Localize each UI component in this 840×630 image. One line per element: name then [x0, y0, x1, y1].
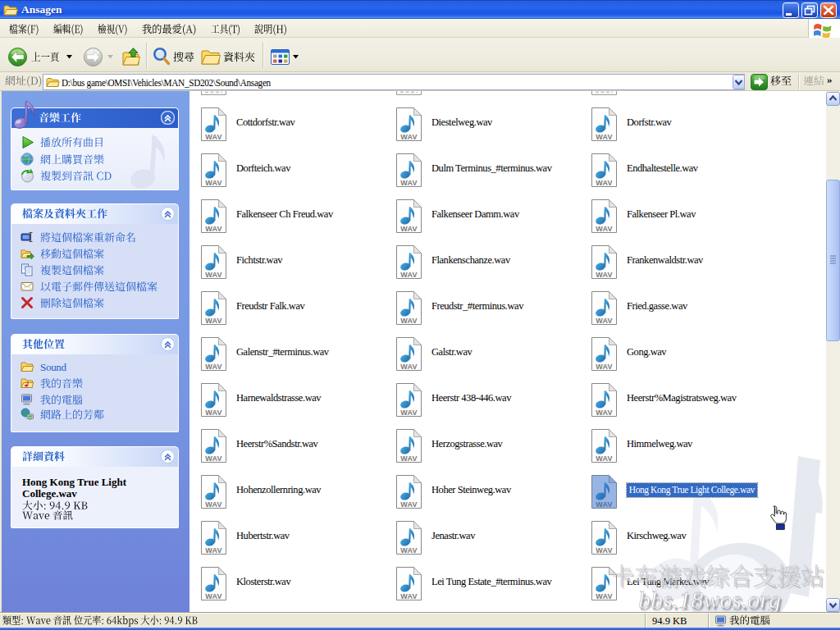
svg-text:WAV: WAV	[596, 317, 613, 325]
svg-text:WAV: WAV	[205, 546, 222, 555]
svg-text:WAV: WAV	[205, 179, 222, 187]
svg-text:WAV: WAV	[400, 179, 418, 187]
svg-text:WAV: WAV	[205, 133, 222, 141]
svg-text:WAV: WAV	[596, 179, 613, 187]
svg-text:WAV: WAV	[400, 409, 418, 417]
svg-text:WAV: WAV	[400, 363, 418, 371]
svg-text:WAV: WAV	[596, 271, 613, 279]
svg-text:WAV: WAV	[400, 133, 418, 141]
svg-text:WAV: WAV	[205, 454, 222, 463]
svg-text:WAV: WAV	[400, 500, 418, 509]
svg-text:WAV: WAV	[205, 500, 222, 509]
svg-text:WAV: WAV	[596, 363, 613, 371]
svg-text:WAV: WAV	[596, 409, 613, 417]
svg-text:WAV: WAV	[400, 454, 418, 463]
svg-text:WAV: WAV	[596, 546, 613, 555]
svg-text:WAV: WAV	[400, 592, 418, 600]
svg-text:WAV: WAV	[205, 317, 222, 325]
svg-text:WAV: WAV	[205, 225, 222, 233]
svg-text:WAV: WAV	[400, 317, 418, 325]
svg-text:WAV: WAV	[205, 363, 222, 371]
svg-text:WAV: WAV	[400, 225, 418, 233]
svg-text:WAV: WAV	[205, 271, 222, 279]
svg-text:WAV: WAV	[205, 409, 222, 417]
svg-text:WAV: WAV	[596, 133, 613, 141]
svg-text:WAV: WAV	[596, 454, 613, 463]
svg-text:WAV: WAV	[400, 546, 418, 555]
svg-text:WAV: WAV	[205, 592, 222, 600]
svg-text:WAV: WAV	[596, 225, 613, 233]
svg-text:WAV: WAV	[400, 271, 418, 279]
